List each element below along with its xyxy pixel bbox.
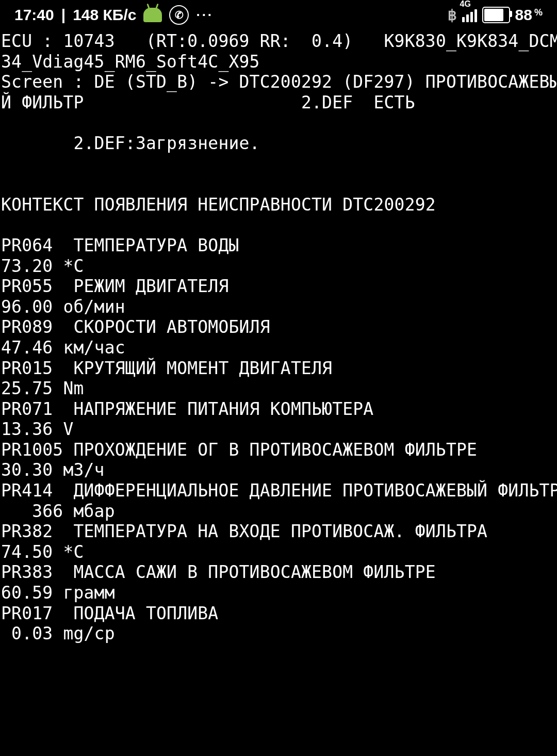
- terminal-output[interactable]: ECU : 10743 (RT:0.0969 RR: 0.4) K9K830_K…: [0, 30, 557, 644]
- blank: [1, 112, 557, 133]
- param-PR383-value: 60.59 грамм: [1, 583, 557, 603]
- screen-line-2: Й ФИЛЬТР 2.DEF ЕСТЬ: [1, 92, 557, 113]
- param-PR089-value: 47.46 км/час: [1, 337, 557, 358]
- screen-line-1: Screen : DE (STD_B) -> DTC200292 (DF297)…: [1, 72, 557, 92]
- param-PR414-label: PR414 ДИФФЕРЕНЦИАЛЬНОЕ ДАВЛЕНИЕ ПРОТИВОС…: [1, 480, 557, 501]
- param-PR055-value: 96.00 об/мин: [1, 297, 557, 317]
- param-PR015-label: PR015 КРУТЯЩИЙ МОМЕНТ ДВИГАТЕЛЯ -: [1, 358, 557, 379]
- param-PR383-label: PR383 МАССА САЖИ В ПРОТИВОСАЖЕВОМ ФИЛЬТР…: [1, 562, 557, 583]
- def-line: 2.DEF:Загрязнение.: [1, 133, 557, 154]
- param-PR414-value: 366 мбар: [1, 501, 557, 522]
- ecu-line-2: 34_Vdiag45_RM6_Soft4C_X95: [1, 52, 557, 72]
- param-PR382-label: PR382 ТЕМПЕРАТУРА НА ВХОДЕ ПРОТИВОСАЖ. Ф…: [1, 521, 557, 542]
- pct-symbol: %: [534, 7, 543, 18]
- status-bar: 17:40 | 148 КБ/с ✆ ··· ฿ 4G 88 %: [0, 0, 557, 30]
- context-title: КОНТЕКСТ ПОЯВЛЕНИЯ НЕИСПРАВНОСТИ DTC2002…: [1, 195, 557, 215]
- param-PR064-value: 73.20 *C: [1, 256, 557, 277]
- param-PR064-label: PR064 ТЕМПЕРАТУРА ВОДЫ: [1, 235, 557, 256]
- param-PR089-label: PR089 СКОРОСТИ АВТОМОБИЛЯ: [1, 317, 557, 337]
- ecu-line-1: ECU : 10743 (RT:0.0969 RR: 0.4) K9K830_K…: [1, 31, 557, 52]
- param-PR1005-label: PR1005 ПРОХОЖДЕНИЕ ОГ В ПРОТИВОСАЖЕВОМ Ф…: [1, 440, 557, 460]
- sep: |: [61, 6, 65, 24]
- param-PR015-value: 25.75 Nm: [1, 378, 557, 399]
- battery-icon: [482, 7, 510, 23]
- param-PR071-label: PR071 НАПРЯЖЕНИЕ ПИТАНИЯ КОМПЬЮТЕРА: [1, 399, 557, 420]
- param-PR1005-value: 30.30 м3/ч: [1, 460, 557, 480]
- param-PR017-value: 0.03 mg/cp: [1, 623, 557, 644]
- net-speed: 148 КБ/с: [73, 6, 136, 24]
- clock: 17:40: [14, 6, 54, 24]
- param-PR017-label: PR017 ПОДАЧА ТОПЛИВА: [1, 603, 557, 624]
- android-icon: [143, 8, 162, 22]
- viber-icon: ✆: [169, 5, 189, 25]
- signal-icon: 4G: [462, 8, 477, 22]
- battery-pct: 88: [515, 6, 532, 24]
- param-PR055-label: PR055 РЕЖИМ ДВИГАТЕЛЯ 17: [1, 276, 557, 297]
- param-PR071-value: 13.36 V: [1, 419, 557, 440]
- param-PR382-value: 74.50 *C: [1, 542, 557, 562]
- bluetooth-icon: ฿: [448, 7, 457, 24]
- more-icon: ···: [196, 7, 214, 23]
